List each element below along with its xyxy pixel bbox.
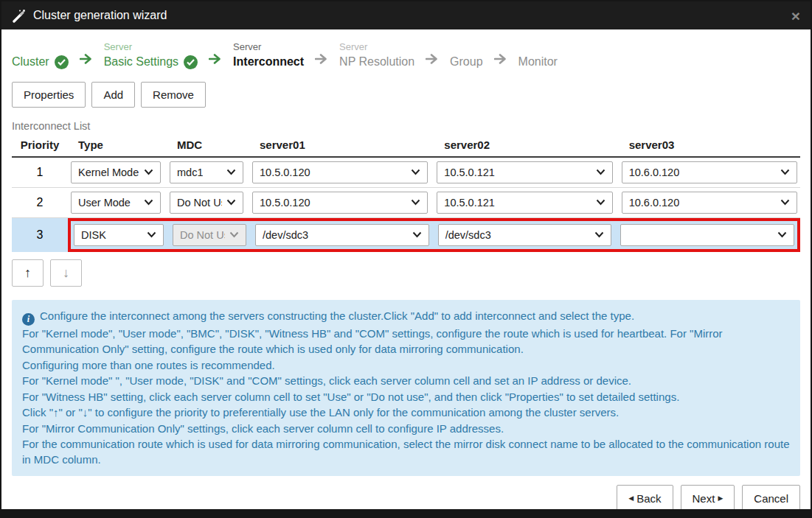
priority-controls: ↑ ↓	[12, 259, 800, 287]
server01-select[interactable]: 10.5.0.120	[252, 192, 428, 214]
chevron-down-icon	[594, 231, 604, 238]
server02-select[interactable]: 10.5.0.121	[437, 192, 612, 214]
table-row[interactable]: 2 User Mode Do Not Use 10.5.0.120 10.5.0…	[12, 188, 800, 218]
move-up-button[interactable]: ↑	[12, 259, 44, 287]
remove-button[interactable]: Remove	[141, 82, 206, 108]
info-line: iConfigure the interconnect among the se…	[22, 308, 790, 326]
table-row-selected[interactable]: 3 DISK Do Not Use /dev/sdc3 /dev/sdc3	[12, 218, 800, 252]
info-line: For the communication route which is use…	[22, 436, 790, 468]
chevron-down-icon	[144, 199, 153, 206]
chevron-down-icon	[411, 169, 420, 175]
chevron-down-icon	[596, 199, 605, 206]
column-header-server01: server01	[252, 139, 428, 151]
info-box: iConfigure the interconnect among the se…	[12, 300, 800, 476]
next-arrow-icon: ▶	[718, 494, 723, 502]
chevron-down-icon	[780, 199, 790, 206]
cluster-wizard-dialog: Cluster generation wizard × Cluster Serv…	[0, 0, 812, 518]
step-interconnect: Server Interconnect	[233, 41, 304, 70]
close-icon[interactable]: ×	[791, 8, 800, 24]
chevron-down-icon	[147, 231, 156, 238]
magic-wand-icon	[12, 9, 26, 23]
info-line: Configuring more than one routes is reco…	[22, 357, 790, 373]
cancel-button[interactable]: Cancel	[742, 485, 800, 509]
server02-select[interactable]: 10.5.0.121	[437, 161, 612, 183]
next-button[interactable]: Next▶	[681, 485, 735, 509]
step-arrow-icon	[80, 54, 93, 67]
properties-button[interactable]: Properties	[12, 82, 86, 108]
check-icon	[184, 55, 198, 69]
move-down-button[interactable]: ↓	[50, 259, 82, 287]
server03-select[interactable]	[620, 224, 794, 246]
table-header-row: Priority Type MDC server01 server02 serv…	[12, 139, 800, 158]
info-line: For "Kernel mode", "User mode", "BMC", "…	[22, 326, 790, 357]
mdc-select: Do Not Use	[173, 224, 246, 246]
type-select[interactable]: User Mode	[71, 192, 161, 214]
step-monitor: Monitor	[518, 41, 558, 70]
server03-select[interactable]: 10.6.0.120	[622, 161, 797, 183]
chevron-down-icon	[780, 169, 790, 175]
back-arrow-icon: ◀	[628, 494, 634, 502]
dialog-content: Cluster Server Basic Settings Server Int…	[1, 29, 811, 509]
table-row[interactable]: 1 Kernel Mode mdc1 10.5.0.120 10.5.0.121…	[12, 158, 800, 188]
highlighted-row-outline: DISK Do Not Use /dev/sdc3 /dev/sdc3	[68, 218, 800, 252]
chevron-down-icon	[144, 169, 153, 175]
column-header-server02: server02	[437, 139, 612, 151]
chevron-down-icon	[226, 169, 236, 175]
info-line: For "Kernel mode" ", "User mode, "DISK" …	[22, 373, 790, 388]
server02-select[interactable]: /dev/sdc3	[438, 224, 612, 246]
add-button[interactable]: Add	[91, 82, 135, 108]
step-arrow-icon	[209, 54, 222, 67]
info-line: For "Mirror Communication Only" settings…	[22, 421, 790, 436]
wizard-steps: Cluster Server Basic Settings Server Int…	[12, 41, 800, 70]
window-bottom-edge	[1, 509, 811, 517]
info-icon: i	[22, 313, 35, 326]
type-select[interactable]: Kernel Mode	[71, 161, 161, 183]
check-icon	[55, 55, 69, 69]
mdc-select[interactable]: mdc1	[170, 161, 243, 183]
title-bar: Cluster generation wizard ×	[1, 1, 811, 29]
interconnect-list-label: Interconnect List	[12, 120, 800, 132]
step-np-resolution: Server NP Resolution	[339, 41, 414, 70]
step-basic-settings: Server Basic Settings	[104, 41, 198, 70]
chevron-down-icon	[412, 231, 422, 238]
server03-select[interactable]: 10.6.0.120	[622, 192, 797, 214]
toolbar: Properties Add Remove	[12, 82, 800, 108]
chevron-down-icon	[229, 231, 239, 238]
column-header-priority: Priority	[12, 139, 68, 151]
step-arrow-icon	[426, 54, 439, 67]
priority-cell: 1	[12, 166, 68, 179]
step-group: Group	[450, 41, 482, 70]
type-select[interactable]: DISK	[74, 224, 164, 246]
step-arrow-icon	[494, 54, 507, 67]
footer-buttons: ◀Back Next▶ Cancel	[12, 476, 800, 509]
chevron-down-icon	[777, 231, 787, 238]
info-line: Click "↑" or "↓" to configure the priori…	[22, 405, 790, 420]
column-header-mdc: MDC	[170, 139, 243, 151]
column-header-type: Type	[71, 139, 161, 151]
chevron-down-icon	[596, 169, 605, 175]
step-arrow-icon	[315, 54, 328, 67]
server01-select[interactable]: /dev/sdc3	[255, 224, 429, 246]
info-line: For "Witness HB" setting, click each ser…	[22, 389, 790, 405]
step-cluster: Cluster	[12, 41, 69, 70]
column-header-server03: server03	[622, 139, 797, 151]
mdc-select[interactable]: Do Not Use	[170, 192, 243, 214]
back-button[interactable]: ◀Back	[617, 485, 673, 509]
window-title: Cluster generation wizard	[33, 9, 167, 22]
priority-cell: 3	[12, 228, 68, 242]
server01-select[interactable]: 10.5.0.120	[252, 161, 428, 183]
chevron-down-icon	[226, 199, 236, 206]
chevron-down-icon	[411, 199, 420, 206]
priority-cell: 2	[12, 196, 68, 209]
